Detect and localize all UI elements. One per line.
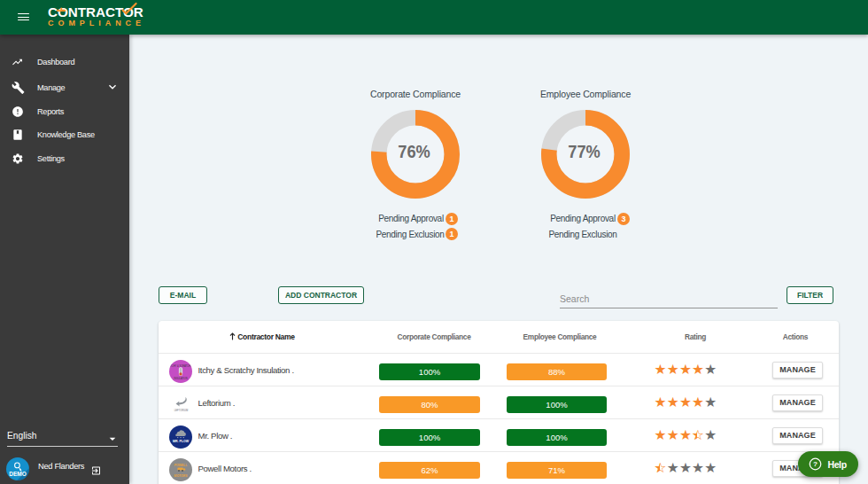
svg-text:INSULATION: INSULATION (174, 377, 187, 380)
svg-text:MOTORS: MOTORS (174, 474, 188, 478)
svg-text:?: ? (813, 460, 818, 468)
svg-text:POWELL: POWELL (174, 464, 187, 467)
svg-text:ITCHY & SCRATCHY: ITCHY & SCRATCHY (169, 364, 191, 368)
svg-text:LEFTORIUM: LEFTORIUM (174, 409, 188, 412)
svg-text:MR. PLOW: MR. PLOW (173, 440, 190, 443)
svg-text:76%: 76% (398, 141, 430, 161)
svg-text:77%: 77% (568, 141, 601, 161)
